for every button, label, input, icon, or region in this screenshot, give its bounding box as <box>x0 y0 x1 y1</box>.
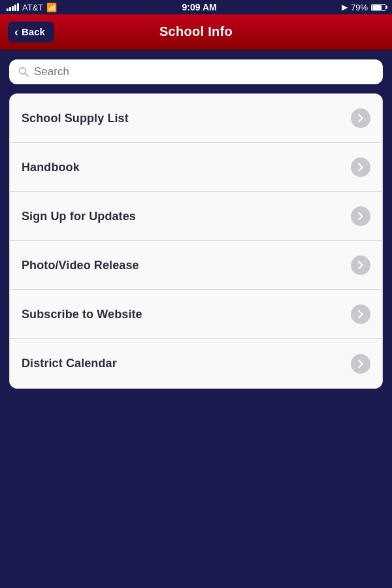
chevron-icon-sign-up-for-updates <box>351 206 370 226</box>
list-item-label-school-supply-list: School Supply List <box>22 112 129 125</box>
chevron-icon-subscribe-to-website <box>351 304 370 324</box>
list-item-subscribe-to-website[interactable]: Subscribe to Website <box>10 290 382 339</box>
chevron-icon-photo-video-release <box>351 255 370 275</box>
chevron-icon-school-supply-list <box>351 108 370 128</box>
chevron-icon-district-calendar <box>351 354 370 374</box>
status-bar: AT&T 📶 9:09 AM ▶ 79% <box>0 0 392 14</box>
status-right: ▶ 79% <box>342 3 385 12</box>
list-item-label-district-calendar: District Calendar <box>22 357 117 370</box>
list-item-label-sign-up-for-updates: Sign Up for Updates <box>22 210 136 223</box>
back-chevron-icon: ‹ <box>14 26 18 38</box>
svg-point-0 <box>20 68 26 74</box>
chevron-icon-handbook <box>351 157 370 177</box>
page-title: School Info <box>159 24 233 39</box>
search-input[interactable] <box>34 65 374 78</box>
time-label: 9:09 AM <box>182 2 217 12</box>
signal-icon <box>7 3 19 11</box>
carrier-label: AT&T <box>22 3 43 12</box>
svg-line-1 <box>25 73 28 76</box>
back-label: Back <box>22 26 45 37</box>
location-icon: ▶ <box>342 3 348 12</box>
battery-icon <box>371 4 385 11</box>
list-item-label-subscribe-to-website: Subscribe to Website <box>22 308 142 321</box>
list-item-photo-video-release[interactable]: Photo/Video Release <box>10 241 382 290</box>
list-item-district-calendar[interactable]: District Calendar <box>10 339 382 388</box>
nav-bar: ‹ Back School Info <box>0 14 392 50</box>
list-item-label-photo-video-release: Photo/Video Release <box>22 259 139 272</box>
search-bar <box>9 59 383 84</box>
list-item-sign-up-for-updates[interactable]: Sign Up for Updates <box>10 192 382 241</box>
battery-percent: 79% <box>351 3 368 12</box>
menu-list: School Supply ListHandbookSign Up for Up… <box>9 93 383 389</box>
status-left: AT&T 📶 <box>7 3 57 12</box>
wifi-icon: 📶 <box>46 3 57 12</box>
back-button[interactable]: ‹ Back <box>8 22 54 42</box>
list-item-school-supply-list[interactable]: School Supply List <box>10 94 382 143</box>
list-item-label-handbook: Handbook <box>22 161 80 174</box>
search-icon <box>18 67 29 77</box>
list-item-handbook[interactable]: Handbook <box>10 143 382 192</box>
content-area: School Supply ListHandbookSign Up for Up… <box>0 50 392 588</box>
